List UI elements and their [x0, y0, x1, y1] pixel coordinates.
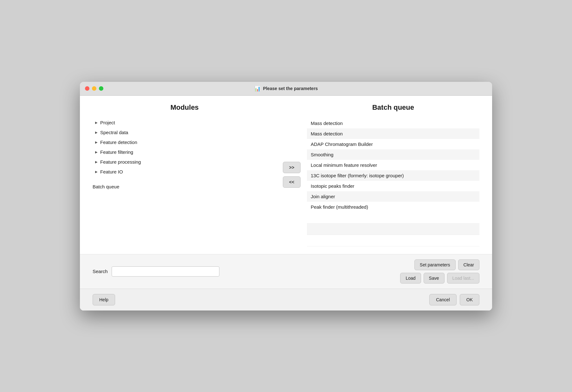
module-item-spectral-data[interactable]: ▶ Spectral data — [93, 128, 276, 137]
module-list: ▶ Project ▶ Spectral data ▶ Feature dete… — [93, 118, 276, 176]
batch-item[interactable]: Isotopic peaks finder — [307, 181, 479, 191]
title-icon: 📊 — [254, 86, 261, 92]
module-item-feature-io[interactable]: ▶ Feature IO — [93, 167, 276, 176]
window-title: 📊 Please set the parameters — [254, 86, 318, 92]
ok-button[interactable]: OK — [460, 294, 479, 305]
maximize-button[interactable] — [99, 86, 103, 91]
window-body: Modules ▶ Project ▶ Spectral data ▶ Feat… — [80, 96, 492, 310]
search-input[interactable] — [112, 266, 219, 277]
minimize-button[interactable] — [92, 86, 96, 91]
batch-empty-rows — [307, 212, 479, 246]
batch-item[interactable]: Local minimum feature resolver — [307, 160, 479, 170]
batch-item[interactable]: Peak finder (multithreaded) — [307, 202, 479, 212]
batch-item[interactable]: Mass detection — [307, 128, 479, 139]
batch-btn-row-bottom: Load Save Load last... — [400, 273, 479, 284]
batch-item[interactable]: Join aligner — [307, 191, 479, 202]
remove-from-queue-button[interactable]: << — [283, 176, 301, 188]
search-area: Search — [93, 266, 219, 277]
batch-queue-panel: Batch queue Mass detection Mass detectio… — [307, 103, 479, 246]
expand-arrow-icon: ▶ — [95, 170, 98, 173]
batch-item[interactable]: Mass detection — [307, 118, 479, 128]
add-to-queue-button[interactable]: >> — [283, 162, 301, 173]
batch-item[interactable]: 13C isotope filter (formerly: isotope gr… — [307, 170, 479, 181]
modules-heading: Modules — [93, 103, 276, 112]
batch-queue-heading: Batch queue — [307, 103, 479, 112]
search-label: Search — [93, 269, 108, 274]
empty-row — [307, 224, 479, 235]
module-item-project[interactable]: ▶ Project — [93, 118, 276, 127]
footer-right-buttons: Cancel OK — [429, 294, 479, 305]
save-button[interactable]: Save — [424, 273, 445, 284]
help-button[interactable]: Help — [93, 294, 115, 305]
batch-queue-side-label: Batch queue — [93, 184, 276, 189]
traffic-lights — [85, 86, 103, 91]
transfer-controls: >> << — [276, 103, 307, 246]
main-content: Modules ▶ Project ▶ Spectral data ▶ Feat… — [80, 96, 492, 254]
load-last-button[interactable]: Load last... — [447, 273, 480, 284]
module-item-feature-processing[interactable]: ▶ Feature processing — [93, 157, 276, 167]
expand-arrow-icon: ▶ — [95, 160, 98, 164]
module-item-feature-filtering[interactable]: ▶ Feature filtering — [93, 147, 276, 157]
expand-arrow-icon: ▶ — [95, 140, 98, 144]
expand-arrow-icon: ▶ — [95, 131, 98, 134]
footer: Help Cancel OK — [80, 289, 492, 310]
title-bar: 📊 Please set the parameters — [80, 82, 492, 96]
batch-item[interactable]: Smoothing — [307, 149, 479, 160]
set-parameters-button[interactable]: Set parameters — [414, 259, 456, 270]
module-item-feature-detection[interactable]: ▶ Feature detection — [93, 138, 276, 147]
batch-btn-row-top: Set parameters Clear — [414, 259, 479, 270]
load-button[interactable]: Load — [400, 273, 421, 284]
empty-row — [307, 212, 479, 224]
bottom-section: Search Set parameters Clear Load Save Lo… — [80, 254, 492, 289]
clear-button[interactable]: Clear — [458, 259, 479, 270]
batch-queue-list: Mass detection Mass detection ADAP Chrom… — [307, 118, 479, 212]
expand-arrow-icon: ▶ — [95, 121, 98, 124]
modules-panel: Modules ▶ Project ▶ Spectral data ▶ Feat… — [93, 103, 276, 246]
batch-item[interactable]: ADAP Chromatogram Builder — [307, 139, 479, 149]
batch-action-buttons: Set parameters Clear Load Save Load last… — [400, 259, 479, 284]
expand-arrow-icon: ▶ — [95, 150, 98, 154]
main-window: 📊 Please set the parameters Modules ▶ Pr… — [80, 82, 492, 310]
cancel-button[interactable]: Cancel — [429, 294, 457, 305]
close-button[interactable] — [85, 86, 89, 91]
empty-row — [307, 235, 479, 246]
